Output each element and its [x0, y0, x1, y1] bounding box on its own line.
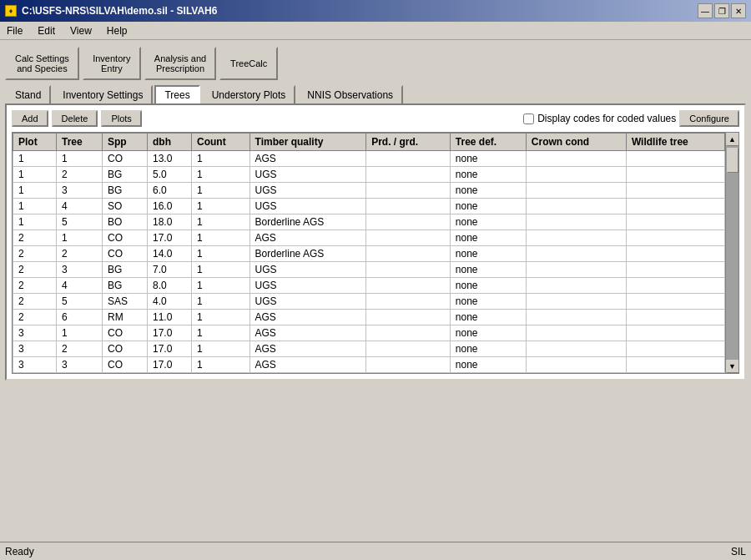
cell-wildlife-tree	[626, 246, 724, 262]
cell-crown-cond	[526, 278, 626, 294]
cell-prd-grd	[366, 262, 451, 278]
data-table: Plot Tree Spp dbh Count Timber quality P…	[13, 133, 725, 373]
cell-prd-grd	[366, 214, 451, 230]
restore-button[interactable]: ❐	[714, 3, 729, 18]
add-button[interactable]: Add	[12, 110, 48, 127]
cell-spp: BG	[103, 167, 148, 183]
cell-crown-cond	[526, 167, 626, 183]
vertical-scrollbar[interactable]: ▲ ▼	[725, 133, 738, 373]
table-row[interactable]: 12BG5.01UGSnone	[13, 167, 725, 183]
cell-timber-quality: UGS	[249, 167, 366, 183]
table-row[interactable]: 13BG6.01UGSnone	[13, 183, 725, 199]
table-row[interactable]: 32CO17.01AGSnone	[13, 341, 725, 357]
tab-nnis-observations[interactable]: NNIS Observations	[297, 85, 403, 103]
cell-wildlife-tree	[626, 214, 724, 230]
scroll-down-arrow[interactable]: ▼	[726, 360, 739, 373]
cell-plot: 2	[13, 310, 57, 325]
toolbar: Calc Settingsand Species InventoryEntry …	[3, 43, 748, 83]
cell-timber-quality: Borderline AGS	[249, 246, 366, 262]
cell-crown-cond	[526, 214, 626, 230]
scroll-thumb[interactable]	[727, 148, 738, 173]
inventory-entry-button[interactable]: InventoryEntry	[83, 47, 141, 80]
cell-dbh: 17.0	[147, 325, 191, 341]
cell-dbh: 7.0	[147, 262, 191, 278]
menu-edit[interactable]: Edit	[34, 23, 58, 38]
menu-help[interactable]: Help	[103, 23, 131, 38]
table-row[interactable]: 25SAS4.01UGSnone	[13, 294, 725, 310]
col-dbh: dbh	[147, 134, 191, 151]
cell-tree: 3	[57, 183, 103, 199]
cell-timber-quality: UGS	[249, 262, 366, 278]
tab-stand[interactable]: Stand	[5, 85, 51, 103]
cell-wildlife-tree	[626, 278, 724, 294]
menu-file[interactable]: File	[3, 23, 26, 38]
col-wildlife-tree: Wildlife tree	[626, 134, 724, 151]
cell-count: 1	[192, 294, 250, 310]
cell-dbh: 14.0	[147, 246, 191, 262]
table-row[interactable]: 11CO13.01AGSnone	[13, 151, 725, 167]
cell-count: 1	[192, 310, 250, 325]
cell-tree-def: none	[450, 214, 526, 230]
cell-tree: 2	[57, 246, 103, 262]
cell-spp: CO	[103, 151, 148, 167]
table-row[interactable]: 24BG8.01UGSnone	[13, 278, 725, 294]
close-button[interactable]: ✕	[731, 3, 746, 18]
cell-dbh: 6.0	[147, 183, 191, 199]
title-bar: ♦ C:\USFS-NRS\SILVAH\demo.sil - SILVAH6 …	[0, 0, 751, 22]
analysis-prescription-button[interactable]: Analysis andPrescription	[144, 47, 216, 80]
table-row[interactable]: 23BG7.01UGSnone	[13, 262, 725, 278]
title-buttons: — ❐ ✕	[698, 3, 746, 18]
cell-crown-cond	[526, 246, 626, 262]
cell-plot: 2	[13, 278, 57, 294]
cell-dbh: 17.0	[147, 230, 191, 246]
cell-plot: 2	[13, 246, 57, 262]
cell-count: 1	[192, 167, 250, 183]
table-row[interactable]: 26RM11.01AGSnone	[13, 310, 725, 325]
tab-trees[interactable]: Trees	[154, 85, 199, 103]
table-row[interactable]: 21CO17.01AGSnone	[13, 230, 725, 246]
cell-count: 1	[192, 230, 250, 246]
tab-understory-plots[interactable]: Understory Plots	[202, 85, 296, 103]
table-row[interactable]: 14SO16.01UGSnone	[13, 199, 725, 214]
plots-button[interactable]: Plots	[101, 110, 141, 127]
cell-count: 1	[192, 246, 250, 262]
menu-view[interactable]: View	[67, 23, 95, 38]
col-timber-quality: Timber quality	[249, 134, 366, 151]
tab-inventory-settings[interactable]: Inventory Settings	[53, 85, 153, 103]
table-row[interactable]: 31CO17.01AGSnone	[13, 325, 725, 341]
calc-settings-button[interactable]: Calc Settingsand Species	[5, 47, 79, 80]
scroll-track	[726, 146, 738, 360]
cell-dbh: 4.0	[147, 294, 191, 310]
minimize-button[interactable]: —	[698, 3, 713, 18]
cell-prd-grd	[366, 341, 451, 357]
cell-tree: 3	[57, 262, 103, 278]
status-left: Ready	[5, 546, 34, 557]
col-tree-def: Tree def.	[450, 134, 526, 151]
table-row[interactable]: 15BO18.01Borderline AGSnone	[13, 214, 725, 230]
cell-wildlife-tree	[626, 262, 724, 278]
cell-tree: 6	[57, 310, 103, 325]
table-header-row: Plot Tree Spp dbh Count Timber quality P…	[13, 134, 725, 151]
cell-spp: CO	[103, 341, 148, 357]
scroll-up-arrow[interactable]: ▲	[726, 133, 739, 146]
cell-prd-grd	[366, 325, 451, 341]
cell-prd-grd	[366, 246, 451, 262]
treecalc-button[interactable]: TreeCalc	[219, 47, 278, 80]
cell-wildlife-tree	[626, 294, 724, 310]
cell-prd-grd	[366, 294, 451, 310]
cell-prd-grd	[366, 278, 451, 294]
cell-timber-quality: Borderline AGS	[249, 214, 366, 230]
display-codes-checkbox[interactable]	[523, 114, 534, 124]
cell-plot: 2	[13, 294, 57, 310]
cell-wildlife-tree	[626, 357, 724, 373]
cell-wildlife-tree	[626, 310, 724, 325]
cell-tree: 4	[57, 278, 103, 294]
delete-button[interactable]: Delete	[52, 110, 98, 127]
cell-tree-def: none	[450, 278, 526, 294]
table-row[interactable]: 33CO17.01AGSnone	[13, 357, 725, 373]
table-row[interactable]: 22CO14.01Borderline AGSnone	[13, 246, 725, 262]
cell-timber-quality: UGS	[249, 278, 366, 294]
cell-plot: 1	[13, 151, 57, 167]
configure-button[interactable]: Configure	[679, 110, 739, 127]
cell-count: 1	[192, 357, 250, 373]
